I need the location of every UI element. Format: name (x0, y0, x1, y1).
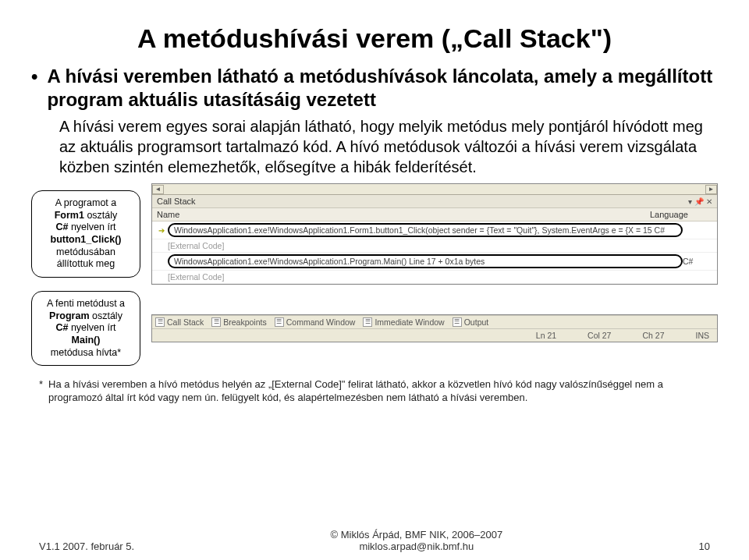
status-col: Col 27 (587, 331, 611, 340)
stack-row[interactable]: [External Code] (152, 239, 717, 253)
footer-page-number: 10 (699, 541, 710, 552)
footer-email: miklos.arpad@nik.bmf.hu (134, 541, 698, 552)
tab-icon: ☰ (275, 317, 284, 327)
callout-program: A fenti metódust a Program osztály C# ny… (31, 291, 140, 366)
panel-tab[interactable]: ☰Command Window (275, 317, 356, 327)
panel-header: Call Stack ▾ 📌 ✕ (152, 195, 717, 208)
status-bar: Ln 21 Col 27 Ch 27 INS (152, 328, 717, 342)
tab-icon: ☰ (453, 317, 462, 327)
footnote-star: * (39, 378, 48, 405)
tab-label: Output (464, 317, 489, 327)
tab-icon: ☰ (155, 317, 165, 327)
stack-frame-name: [External Code] (168, 241, 683, 250)
callout-form1: A programot a Form1 osztály C# nyelven í… (31, 190, 140, 278)
header-controls[interactable]: ▾ 📌 ✕ (688, 197, 712, 206)
scroll-left-icon[interactable]: ◄ (152, 185, 164, 194)
footnote-ref: * (117, 347, 121, 358)
bullet-text: A hívási veremben látható a metódushívás… (47, 65, 718, 112)
stack-frame-name: WindowsApplication1.exe!WindowsApplicati… (168, 254, 683, 268)
stack-frame-name: WindowsApplication1.exe!WindowsApplicati… (168, 223, 683, 237)
tab-label: Call Stack (167, 317, 204, 327)
footnote: * Ha a hívási veremben a hívó metódus he… (31, 378, 718, 405)
tab-label: Command Window (286, 317, 356, 327)
panel-tab[interactable]: ☰Immediate Window (363, 317, 444, 327)
bottom-panel: ☰Call Stack☰Breakpoints☰Command Window☰I… (151, 314, 718, 342)
col-lang-header[interactable]: Language (650, 210, 712, 219)
stack-row[interactable]: WindowsApplication1.exe!WindowsApplicati… (152, 253, 717, 271)
main-bullet: • A hívási veremben látható a metódushív… (31, 65, 718, 112)
pin-icon[interactable]: 📌 (694, 197, 704, 206)
column-headers: Name Language (152, 208, 717, 222)
footnote-text: Ha a hívási veremben a hívó metódus hely… (48, 378, 710, 405)
stack-frame-lang: C# (683, 257, 714, 266)
tab-icon: ☰ (363, 317, 372, 327)
bullet-dot: • (31, 65, 37, 112)
sub-text: A hívási verem egyes sorai alapján látha… (59, 116, 718, 177)
col-name-header[interactable]: Name (157, 210, 650, 219)
footer-left: V1.1 2007. február 5. (39, 541, 134, 552)
panel-tab[interactable]: ☰Output (453, 317, 489, 327)
close-icon[interactable]: ✕ (706, 197, 712, 206)
callstack-panel: ◄ ► Call Stack ▾ 📌 ✕ Name Language ➔Wind… (151, 183, 718, 285)
horizontal-scrollbar[interactable]: ◄ ► (152, 184, 717, 195)
tab-icon: ☰ (211, 317, 221, 327)
status-ch: Ch 27 (642, 331, 664, 340)
slide-title: A metódushívási verem („Call Stack") (31, 23, 718, 54)
scroll-right-icon[interactable]: ► (705, 185, 717, 194)
tabs-row: ☰Call Stack☰Breakpoints☰Command Window☰I… (152, 315, 717, 328)
stack-rows-container: ➔WindowsApplication1.exe!WindowsApplicat… (152, 222, 717, 284)
tab-label: Immediate Window (374, 317, 444, 327)
dropdown-icon[interactable]: ▾ (688, 197, 692, 206)
status-ln: Ln 21 (536, 331, 556, 340)
tab-label: Breakpoints (223, 317, 266, 327)
slide-footer: V1.1 2007. február 5. © Miklós Árpád, BM… (0, 529, 749, 552)
stack-row[interactable]: ➔WindowsApplication1.exe!WindowsApplicat… (152, 222, 717, 239)
stack-row[interactable]: [External Code] (152, 271, 717, 284)
footer-copyright: © Miklós Árpád, BMF NIK, 2006–2007 (134, 529, 698, 541)
status-ins: INS (695, 331, 709, 340)
panel-tab[interactable]: ☰Call Stack (155, 317, 204, 327)
panel-tab[interactable]: ☰Breakpoints (211, 317, 266, 327)
stack-row-arrow-icon: ➔ (155, 226, 168, 235)
stack-frame-name: [External Code] (168, 272, 683, 282)
panel-title: Call Stack (157, 197, 196, 206)
